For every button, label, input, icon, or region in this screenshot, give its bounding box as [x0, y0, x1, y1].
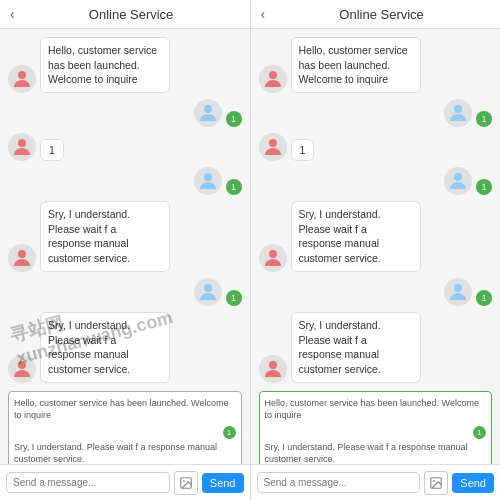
left-title: Online Service — [23, 7, 240, 22]
svg-point-4 — [18, 250, 26, 258]
badge: 1 — [226, 111, 242, 127]
msg-row: 1 — [259, 133, 493, 161]
svg-point-14 — [454, 284, 462, 292]
msg-row: Sry, I understand. Please wait f a respo… — [8, 312, 242, 383]
right-header: ‹ Online Service — [251, 0, 501, 29]
svg-point-13 — [269, 250, 277, 258]
avatar — [194, 278, 222, 306]
avatar — [8, 133, 36, 161]
badge-wrap: 1 — [476, 111, 492, 127]
left-footer: Send — [0, 464, 250, 500]
svg-point-1 — [204, 105, 212, 113]
number-bubble: 1 — [40, 139, 64, 161]
msg-row: Hello, customer service has been launche… — [259, 37, 493, 93]
badge-wrap: 1 — [226, 179, 242, 195]
badge: 1 — [476, 179, 492, 195]
svg-point-5 — [204, 284, 212, 292]
left-back-button[interactable]: ‹ — [10, 6, 15, 22]
right-footer: Send — [251, 464, 501, 500]
avatar — [444, 99, 472, 127]
svg-point-8 — [183, 480, 185, 482]
right-title: Online Service — [273, 7, 490, 22]
badge: 1 — [226, 179, 242, 195]
svg-point-6 — [18, 361, 26, 369]
green-overlay-badge: 1 — [473, 426, 486, 439]
avatar — [8, 65, 36, 93]
msg-row: 1 — [8, 133, 242, 161]
msg-row: Sry, I understand. Please wait f a respo… — [8, 201, 242, 272]
svg-point-3 — [204, 173, 212, 181]
bubble: Hello, customer service has been launche… — [291, 37, 421, 93]
avatar — [259, 244, 287, 272]
bubble: Sry, I understand. Please wait f a respo… — [291, 312, 421, 383]
badge-wrap: 1 — [476, 179, 492, 195]
svg-point-0 — [18, 71, 26, 79]
overlay-badge: 1 — [223, 426, 236, 439]
avatar — [259, 65, 287, 93]
svg-point-10 — [454, 105, 462, 113]
right-message-input[interactable] — [257, 472, 421, 493]
left-header: ‹ Online Service — [0, 0, 250, 29]
green-overlay-panel: Hello, customer service has been launche… — [259, 391, 493, 464]
green-overlay-badge-row: 1 — [265, 426, 487, 439]
svg-point-17 — [433, 480, 435, 482]
bubble: Sry, I understand. Please wait f a respo… — [291, 201, 421, 272]
svg-point-2 — [18, 139, 26, 147]
badge: 1 — [226, 290, 242, 306]
left-panel: ‹ Online Service Hello, customer service… — [0, 0, 251, 500]
badge: 1 — [476, 290, 492, 306]
msg-row: Sry, I understand. Please wait f a respo… — [259, 312, 493, 383]
overlay-text2: Sry, I understand. Please wait f a respo… — [14, 441, 236, 464]
left-send-button[interactable]: Send — [202, 473, 244, 493]
right-image-button[interactable] — [424, 471, 448, 495]
msg-row: Sry, I understand. Please wait f a respo… — [259, 201, 493, 272]
number-bubble: 1 — [291, 139, 315, 161]
badge-wrap: 1 — [476, 290, 492, 306]
msg-row: 1 — [8, 167, 242, 195]
overlay-badge-row: 1 — [14, 426, 236, 439]
right-panel: ‹ Online Service Hello, customer service… — [251, 0, 501, 500]
msg-row: 1 — [259, 278, 493, 306]
avatar — [8, 244, 36, 272]
bubble: Sry, I understand. Please wait f a respo… — [40, 201, 170, 272]
left-chat-area: Hello, customer service has been launche… — [0, 29, 250, 464]
green-overlay-text2: Sry, I understand. Please wait f a respo… — [265, 441, 487, 464]
svg-point-12 — [454, 173, 462, 181]
avatar — [444, 167, 472, 195]
left-message-input[interactable] — [6, 472, 170, 493]
svg-point-11 — [269, 139, 277, 147]
overlay-panel: Hello, customer service has been launche… — [8, 391, 242, 464]
msg-row: Hello, customer service has been launche… — [8, 37, 242, 93]
avatar — [8, 355, 36, 383]
bubble: Hello, customer service has been launche… — [40, 37, 170, 93]
green-overlay-text1: Hello, customer service has been launche… — [265, 397, 487, 422]
avatar — [194, 99, 222, 127]
msg-row: 1 — [259, 99, 493, 127]
msg-row: 1 — [8, 99, 242, 127]
avatar — [444, 278, 472, 306]
left-image-button[interactable] — [174, 471, 198, 495]
svg-point-15 — [269, 361, 277, 369]
avatar — [259, 133, 287, 161]
bubble: Sry, I understand. Please wait f a respo… — [40, 312, 170, 383]
right-send-button[interactable]: Send — [452, 473, 494, 493]
right-back-button[interactable]: ‹ — [261, 6, 266, 22]
badge-wrap: 1 — [226, 111, 242, 127]
badge: 1 — [476, 111, 492, 127]
overlay-text1: Hello, customer service has been launche… — [14, 397, 236, 422]
msg-row: 1 — [8, 278, 242, 306]
avatar — [259, 355, 287, 383]
svg-point-9 — [269, 71, 277, 79]
right-chat-area: Hello, customer service has been launche… — [251, 29, 501, 464]
badge-wrap: 1 — [226, 290, 242, 306]
avatar — [194, 167, 222, 195]
msg-row: 1 — [259, 167, 493, 195]
